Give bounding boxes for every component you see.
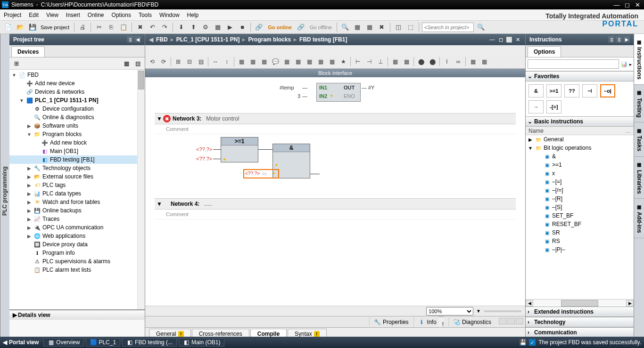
et-btn-9[interactable]: ▦ xyxy=(248,57,258,67)
portal-view-button[interactable]: ◀ Portal view xyxy=(3,339,39,346)
network-3-header[interactable]: ▼ ✖ Network 3: Motor control xyxy=(155,113,516,124)
et-btn-19[interactable]: ⊣ xyxy=(364,57,374,67)
et-btn-8[interactable]: ▦ xyxy=(236,57,247,67)
instruction-item[interactable]: ▣& xyxy=(526,152,634,161)
diagnostics-tab[interactable]: 🩺Diagnostics xyxy=(448,317,496,327)
instruction-item[interactable]: ▣–[=] xyxy=(526,178,634,186)
editor-close-button[interactable]: ✕ xyxy=(514,36,521,43)
tree-item[interactable]: ▶📊PLC data types xyxy=(9,189,145,198)
new-project-button[interactable]: 📄 xyxy=(3,22,13,32)
instruction-search-input[interactable] xyxy=(528,59,619,69)
tree-item[interactable]: 🔗Devices & networks xyxy=(9,88,145,96)
tree-item[interactable]: ◧Main [OB1] xyxy=(9,147,145,155)
favorite-item[interactable]: -[=] xyxy=(546,100,561,113)
instruction-item[interactable]: ▣RESET_BF xyxy=(526,220,634,228)
right-tab-add-ins[interactable]: ▦Add-ins xyxy=(634,199,644,238)
instruction-item[interactable]: ▣SET_BF xyxy=(526,211,634,220)
instructions-hscroll[interactable]: ◀▶ xyxy=(526,299,634,307)
tree-item[interactable]: ▶🔧Technology objects xyxy=(9,164,145,172)
inst-expand-button[interactable]: ▸ xyxy=(629,62,632,67)
et-btn-14[interactable]: ▦ xyxy=(304,57,314,67)
tree-item[interactable]: ⚠PLC supervisions & alarms xyxy=(9,257,145,266)
et-btn-17[interactable]: ★ xyxy=(338,57,348,67)
et-btn-6[interactable]: ↔ xyxy=(210,57,221,67)
instructions-tree[interactable]: ▶📁General▼📁Bit logic operations▣&▣>=1▣x▣… xyxy=(526,135,634,299)
inspector-min-button[interactable] xyxy=(499,318,506,324)
extended-instructions-header[interactable]: ›Extended instructions xyxy=(526,307,634,317)
tree-item[interactable]: ▶📦Software units xyxy=(9,121,145,130)
fbd-or-block[interactable]: >=1 xyxy=(221,137,258,162)
instruction-item[interactable]: ▶📁General xyxy=(526,135,634,144)
et-btn-24[interactable]: ⬤ xyxy=(427,57,438,67)
tree-item[interactable]: ▶📂External source files xyxy=(9,172,145,181)
right-tab-libraries[interactable]: ▦Libraries xyxy=(634,157,644,199)
tree-item[interactable]: ℹProgram info xyxy=(9,249,145,257)
tree-item[interactable]: ▼📁Program blocks xyxy=(9,130,145,138)
tree-item[interactable]: ➕Add new block xyxy=(9,138,145,147)
right-tab-tasks[interactable]: ▦Tasks xyxy=(634,122,644,156)
network-3-canvas[interactable]: >=1 <??.?> <??.?> ✦ & ✦ <??.?> ▭ ✦ xyxy=(192,137,516,194)
tree-view-button[interactable]: ▦ xyxy=(121,58,132,69)
instruction-item[interactable]: ▣>=1 xyxy=(526,161,634,169)
zoom-slider[interactable] xyxy=(484,310,521,312)
download-button[interactable]: ⬇ xyxy=(176,22,186,32)
breadcrumb-item[interactable]: FBD testing [FB1] xyxy=(299,36,347,43)
menu-insert[interactable]: Insert xyxy=(66,12,80,18)
et-btn-23[interactable]: ⬤ xyxy=(416,57,426,67)
instruction-item[interactable]: ▣–[R] xyxy=(526,194,634,203)
network-4-header[interactable]: ▼ Network 4: ..... xyxy=(155,198,516,210)
tree-item[interactable]: ▶🔌OPC UA communication xyxy=(9,223,145,232)
save-button[interactable]: 💾 xyxy=(27,22,38,32)
close-all-button[interactable]: ✖ xyxy=(377,22,387,32)
menu-window[interactable]: Window xyxy=(159,12,180,18)
details-view-header[interactable]: ▶ Details view xyxy=(9,309,145,320)
et-btn-4[interactable]: ⊟ xyxy=(184,57,195,67)
instruction-item[interactable]: ▣–[/=] xyxy=(526,186,634,194)
editor-maximize-button[interactable]: ⬜ xyxy=(505,36,513,43)
favorite-item[interactable]: & xyxy=(528,84,544,97)
menu-edit[interactable]: Edit xyxy=(29,12,39,18)
tree-item[interactable]: ⚙Device configuration xyxy=(9,105,145,113)
undo-button[interactable]: ↶ xyxy=(147,22,157,32)
et-btn-15[interactable]: ▦ xyxy=(315,57,326,67)
tree-hide-button[interactable]: ◀ xyxy=(134,36,141,43)
right-tab-instructions[interactable]: ▦Instructions xyxy=(634,34,644,85)
redo-button[interactable]: ↷ xyxy=(159,22,170,32)
favorite-item[interactable]: → xyxy=(528,100,544,113)
search-go-button[interactable]: 🔍 xyxy=(476,22,486,32)
et-btn-10[interactable]: ▦ xyxy=(259,57,269,67)
zoom-select[interactable]: 100% xyxy=(426,307,473,316)
split-v-button[interactable]: ⬚ xyxy=(405,22,416,32)
et-btn-20[interactable]: ⊥ xyxy=(375,57,386,67)
start-button[interactable]: ▶ xyxy=(225,22,235,32)
et-btn-28[interactable]: ▦ xyxy=(479,57,489,67)
et-btn-11[interactable]: 💬 xyxy=(270,57,281,67)
instruction-item[interactable]: ▣SR xyxy=(526,228,634,237)
tree-item[interactable]: 🔍Online & diagnostics xyxy=(9,113,145,121)
minimize-button[interactable]: — xyxy=(612,1,621,8)
inst-hide-button[interactable]: ▶ xyxy=(623,36,630,43)
editor-canvas[interactable]: #temp — IN1 3 — IN2 ✦ OUT — #Y ENO ▼ ✖ N… xyxy=(145,77,525,306)
taskbar-item[interactable]: ◧FBD testing (... xyxy=(122,338,177,347)
et-btn-5[interactable]: ▤ xyxy=(196,57,206,67)
instruction-item[interactable]: ▣–|P|– xyxy=(526,245,634,254)
go-online-button[interactable]: Go online xyxy=(266,24,294,30)
et-btn-18[interactable]: ⊢ xyxy=(353,57,363,67)
technology-header[interactable]: ›Technology xyxy=(526,317,634,327)
instruction-item[interactable]: ▣x xyxy=(526,169,634,178)
go-offline-icon[interactable]: 🔗 xyxy=(296,22,306,32)
et-btn-25[interactable]: I xyxy=(442,57,452,67)
right-tab-testing[interactable]: ▦Testing xyxy=(634,85,644,123)
info-tab[interactable]: ℹInfo! xyxy=(413,315,448,329)
instruction-item[interactable]: ▣–[S] xyxy=(526,203,634,211)
menu-project[interactable]: Project xyxy=(4,12,21,18)
tree-collapse-button[interactable]: ▯ xyxy=(127,36,133,43)
network-4-comment[interactable]: Comment xyxy=(155,210,516,219)
menu-online[interactable]: Online xyxy=(88,12,104,18)
cross-ref-button[interactable]: ▦ xyxy=(364,22,375,32)
menu-tools[interactable]: Tools xyxy=(139,12,152,18)
paste-button[interactable]: 📋 xyxy=(118,22,129,32)
inst-layout2-button[interactable]: ▯ xyxy=(616,36,622,43)
tree-toggle-button[interactable]: ⊞ xyxy=(11,58,22,69)
delete-button[interactable]: ✖ xyxy=(135,22,145,32)
